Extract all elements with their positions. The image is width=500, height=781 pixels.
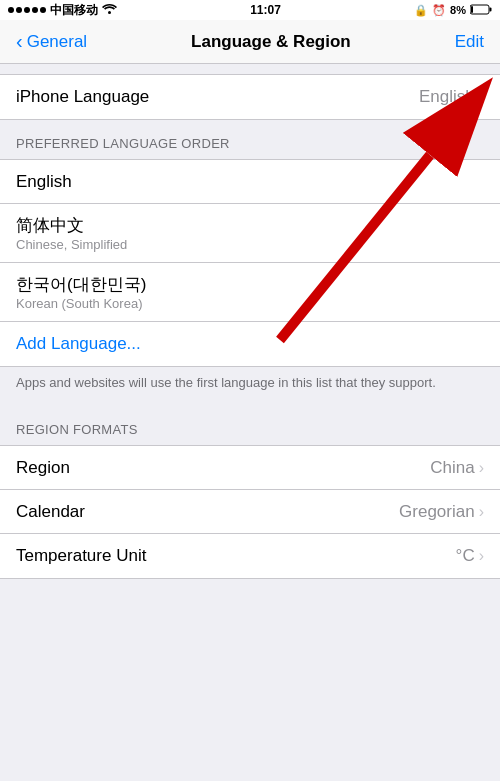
alarm-icon: ⏰ [432,4,446,17]
back-chevron-icon: ‹ [16,31,23,51]
carrier-label: 中国移动 [50,2,98,19]
iphone-language-cell[interactable]: iPhone Language English › [0,75,500,119]
wifi-icon [102,3,117,17]
preferred-language-footer: Apps and websites will use the first lan… [0,367,500,406]
language-chinese-sub: Chinese, Simplified [16,237,127,252]
region-formats-header: REGION FORMATS [0,406,500,445]
language-english-main: English [16,172,72,192]
language-english-cell[interactable]: English [0,160,500,204]
temperature-cell[interactable]: Temperature Unit °C › [0,534,500,578]
calendar-cell[interactable]: Calendar Gregorian › [0,490,500,534]
status-left: 中国移动 [8,2,117,19]
calendar-value: Gregorian › [399,502,484,522]
battery-label: 8% [450,4,466,16]
nav-bar: ‹ General Language & Region Edit [0,20,500,64]
calendar-chevron-icon: › [479,503,484,521]
add-language-label[interactable]: Add Language... [16,322,141,366]
status-bar: 中国移动 11:07 🔒 ⏰ 8% [0,0,500,20]
iphone-language-group: iPhone Language English › [0,74,500,120]
add-language-cell[interactable]: Add Language... [0,322,500,366]
language-korean-main: 한국어(대한민국) [16,273,146,296]
time-label: 11:07 [250,3,281,17]
svg-rect-3 [471,6,473,13]
svg-point-0 [108,11,111,14]
signal-dots [8,7,46,13]
language-chinese-main: 简体中文 [16,214,127,237]
lock-icon: 🔒 [414,4,428,17]
language-chinese-cell[interactable]: 简体中文 Chinese, Simplified [0,204,500,263]
back-label: General [27,32,87,52]
back-button[interactable]: ‹ General [16,32,87,52]
iphone-language-label: iPhone Language [16,87,149,107]
status-right: 🔒 ⏰ 8% [414,4,492,17]
language-chinese-content: 简体中文 Chinese, Simplified [16,204,127,262]
region-chevron-icon: › [479,459,484,477]
language-english-content: English [16,162,72,202]
battery-icon [470,4,492,17]
temperature-chevron-icon: › [479,547,484,565]
region-value: China › [430,458,484,478]
svg-rect-2 [489,7,491,11]
region-label: Region [16,458,70,478]
iphone-language-value: English › [419,87,484,107]
language-korean-cell[interactable]: 한국어(대한민국) Korean (South Korea) [0,263,500,322]
region-cell[interactable]: Region China › [0,446,500,490]
page-title: Language & Region [191,32,351,52]
preferred-language-header: PREFERRED LANGUAGE ORDER [0,120,500,159]
region-formats-group: Region China › Calendar Gregorian › Temp… [0,445,500,579]
language-korean-content: 한국어(대한민국) Korean (South Korea) [16,263,146,321]
language-korean-sub: Korean (South Korea) [16,296,146,311]
temperature-label: Temperature Unit [16,546,146,566]
edit-button[interactable]: Edit [455,32,484,52]
preferred-language-group: English 简体中文 Chinese, Simplified 한국어(대한민… [0,159,500,367]
calendar-label: Calendar [16,502,85,522]
spacer-top [0,64,500,74]
chevron-icon: › [479,88,484,106]
temperature-value: °C › [456,546,484,566]
